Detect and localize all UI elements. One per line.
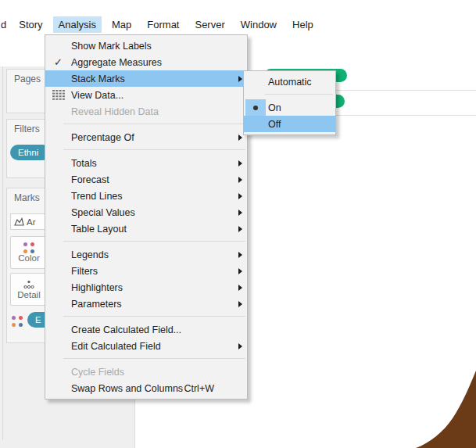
- submenu-arrow-icon: [233, 76, 242, 82]
- menu-item-edit-calculated-field[interactable]: Edit Calculated Field: [45, 338, 247, 354]
- encoding-color-icon: [12, 316, 23, 327]
- menu-bar: d Story Analysis Map Format Server Windo…: [0, 14, 476, 34]
- menu-item-highlighters[interactable]: Highlighters: [45, 279, 247, 296]
- detail-dots-icon: [23, 280, 35, 290]
- menu-item-totals[interactable]: Totals: [45, 155, 247, 171]
- menu-separator: [45, 120, 247, 129]
- menu-item-label: Special Values: [71, 207, 233, 218]
- menu-item-legends[interactable]: Legends: [45, 246, 247, 263]
- analysis-menu: Show Mark Labels ✓ Aggregate Measures St…: [45, 34, 248, 400]
- menu-item-label: Stack Marks: [71, 73, 233, 84]
- menu-item-show-mark-labels[interactable]: Show Mark Labels: [45, 38, 247, 54]
- submenu-arrow-icon: [233, 226, 242, 232]
- submenu-arrow-icon: [233, 301, 242, 307]
- menu-item-cycle-fields: Cycle Fields: [45, 364, 247, 380]
- submenu-item-label: Off: [268, 119, 281, 130]
- menu-item-label: View Data...: [71, 90, 233, 101]
- menu-item-view-data[interactable]: View Data...: [45, 87, 247, 103]
- menu-item-label: Parameters: [71, 299, 233, 310]
- menubar-item-dashboard-partial[interactable]: d: [0, 16, 12, 33]
- menu-item-special-values[interactable]: Special Values: [45, 204, 247, 220]
- color-dots-icon: [23, 242, 34, 253]
- menu-item-percentage-of[interactable]: Percentage Of: [45, 129, 247, 145]
- detail-button[interactable]: Detail: [10, 273, 48, 306]
- menu-item-label: Percentage Of: [71, 132, 233, 143]
- menu-item-label: Filters: [71, 266, 233, 277]
- pages-label: Pages: [7, 70, 49, 84]
- submenu-arrow-icon: [233, 343, 242, 349]
- menu-item-reveal-hidden-data: Reveal Hidden Data: [45, 103, 247, 120]
- menu-item-swap-rows-and-columns[interactable]: Swap Rows and Columns Ctrl+W: [45, 380, 247, 396]
- marks-label: Marks: [7, 188, 49, 203]
- menu-item-label: Show Mark Labels: [71, 41, 233, 52]
- menu-item-label: Totals: [71, 158, 233, 169]
- submenu-arrow-icon: [233, 134, 242, 141]
- menu-item-label: Edit Calculated Field: [71, 341, 233, 352]
- menu-item-stack-marks[interactable]: Stack Marks: [45, 70, 247, 87]
- menu-item-create-calculated-field[interactable]: Create Calculated Field...: [45, 321, 247, 338]
- marks-card: Marks Ar Color: [6, 188, 50, 343]
- submenu-arrow-icon: [233, 210, 242, 216]
- menu-item-label: Aggregate Measures: [71, 57, 233, 68]
- menu-item-label: Legends: [71, 249, 233, 260]
- menu-item-shortcut: Ctrl+W: [184, 383, 214, 394]
- menu-item-label: Table Layout: [71, 224, 233, 235]
- menubar-item-map[interactable]: Map: [106, 16, 137, 33]
- submenu-arrow-icon: [233, 252, 242, 258]
- menu-item-label: Reveal Hidden Data: [71, 106, 233, 117]
- submenu-separator: [244, 90, 335, 99]
- submenu-item-automatic[interactable]: Automatic: [244, 73, 335, 90]
- menubar-item-help[interactable]: Help: [287, 16, 319, 33]
- mark-type-dropdown[interactable]: Ar: [10, 213, 49, 230]
- color-button-label: Color: [18, 253, 39, 263]
- stack-marks-submenu: Automatic On Off: [243, 70, 336, 135]
- submenu-arrow-icon: [233, 268, 242, 274]
- detail-button-label: Detail: [17, 290, 40, 299]
- menu-item-parameters[interactable]: Parameters: [45, 296, 247, 312]
- area-chart-mark[interactable]: [413, 370, 476, 448]
- menu-item-label: Cycle Fields: [71, 367, 233, 378]
- submenu-item-label: Automatic: [268, 77, 312, 88]
- menu-item-label: Forecast: [71, 174, 233, 185]
- menu-separator: [45, 145, 247, 155]
- tableau-window: d Story Analysis Map Format Server Windo…: [0, 0, 476, 448]
- mark-type-value: Ar: [27, 217, 36, 227]
- menubar-item-window[interactable]: Window: [235, 16, 282, 33]
- menu-item-filters[interactable]: Filters: [45, 263, 247, 279]
- menu-separator: [45, 312, 247, 321]
- submenu-item-label: On: [268, 102, 281, 113]
- menu-item-aggregate-measures[interactable]: ✓ Aggregate Measures: [45, 54, 247, 70]
- menubar-item-server[interactable]: Server: [189, 16, 230, 33]
- menu-item-label: Create Calculated Field...: [71, 324, 233, 335]
- view-data-icon: [52, 90, 65, 100]
- submenu-arrow-icon: [233, 160, 242, 167]
- submenu-arrow-icon: [233, 193, 242, 199]
- submenu-item-off[interactable]: Off: [244, 116, 335, 132]
- menubar-item-format[interactable]: Format: [141, 16, 184, 33]
- color-button[interactable]: Color: [10, 236, 48, 269]
- submenu-item-on[interactable]: On: [244, 99, 335, 116]
- filters-label: Filters: [7, 120, 49, 134]
- pane-edge-divider: [2, 66, 3, 440]
- menu-item-label: Swap Rows and Columns: [71, 383, 184, 394]
- filters-card: Filters Ethni: [6, 119, 50, 178]
- menubar-item-story[interactable]: Story: [13, 16, 48, 33]
- menu-item-forecast[interactable]: Forecast: [45, 171, 247, 188]
- menu-separator: [45, 237, 247, 246]
- menu-item-trend-lines[interactable]: Trend Lines: [45, 188, 247, 204]
- encoding-row: [12, 314, 23, 328]
- pages-card: Pages: [6, 69, 50, 113]
- menubar-item-analysis[interactable]: Analysis: [53, 16, 102, 33]
- checkmark-icon: ✓: [54, 56, 63, 68]
- submenu-arrow-icon: [233, 177, 242, 183]
- area-mark-icon: [14, 217, 24, 226]
- menu-item-table-layout[interactable]: Table Layout: [45, 220, 247, 237]
- menu-item-label: Highlighters: [71, 282, 233, 293]
- radio-bullet-icon: [253, 106, 258, 110]
- menu-item-label: Trend Lines: [71, 191, 233, 202]
- submenu-arrow-icon: [233, 285, 242, 291]
- menu-separator: [45, 354, 247, 364]
